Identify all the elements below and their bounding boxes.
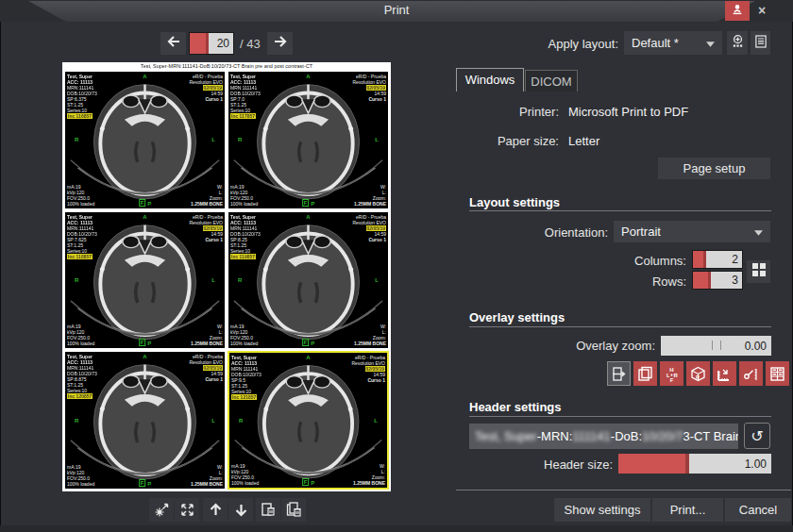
text-segment: Test, Super bbox=[141, 63, 167, 69]
overlay-text-line: DOB:10/20/73 bbox=[230, 91, 261, 96]
preview-cell[interactable]: Test, SuperACC: 11113MRN:111141DOB:10/20… bbox=[64, 71, 226, 209]
overlay-text-line: DOB:10/20/73 bbox=[67, 371, 97, 376]
overlay-top-left: Test, SuperACC: 11113MRN:111141DOB:10/20… bbox=[230, 214, 261, 259]
overlay-text-line: 02/05/19 bbox=[365, 366, 385, 372]
page-down-button[interactable] bbox=[228, 498, 253, 522]
overlay-top-left: Test, SuperACC: 11113MRN:111141DOB:10/20… bbox=[67, 354, 97, 399]
spinner-drag-area[interactable] bbox=[190, 33, 209, 54]
page-setup-button[interactable]: Page setup bbox=[658, 158, 770, 179]
delete-all-pages-button[interactable] bbox=[281, 498, 306, 522]
spinner-drag-area[interactable] bbox=[693, 272, 711, 289]
overlay-toggle-row: HLRFR bbox=[607, 361, 789, 386]
window-title: Print bbox=[0, 3, 793, 17]
overlay-bottom-right: W:L:Zoom:1.25MM BONE bbox=[354, 324, 386, 346]
overlay-text-line: Inc 121857 bbox=[231, 394, 257, 400]
overlay-text-line: DOB:10/20/73 bbox=[67, 231, 97, 237]
orientation-marker: A bbox=[143, 214, 146, 220]
orientation-marker-bottom: FP bbox=[302, 199, 315, 207]
text-segment: 10/20/7 bbox=[642, 429, 683, 443]
text-segment: -DoB: bbox=[611, 429, 642, 443]
page-number-value[interactable]: 20 bbox=[209, 33, 233, 54]
grid-table-toggle[interactable] bbox=[766, 361, 789, 386]
orientation-marker: L bbox=[375, 137, 379, 142]
page-up-button[interactable] bbox=[203, 498, 228, 522]
grid-layout-button[interactable] bbox=[747, 260, 770, 283]
overlay-settings-title: Overlay settings bbox=[469, 310, 565, 324]
expand-button[interactable] bbox=[175, 498, 199, 522]
text-segment: 3-CT Brain pre bbox=[683, 429, 738, 443]
orientation-marker: R bbox=[238, 137, 242, 142]
header-reset-button[interactable]: ↺ bbox=[744, 423, 770, 449]
printer-label: Printer: bbox=[469, 105, 559, 119]
overlay-text-line: Curso 1 bbox=[352, 96, 386, 102]
orientation-select[interactable]: Portrait bbox=[614, 221, 770, 242]
overlay-zoom-spinner[interactable]: 0.00 bbox=[661, 336, 771, 356]
overlay-top-left: Test, SuperACC: 11113MRN:111141DOB:10/20… bbox=[231, 355, 262, 400]
overlay-text-line: Inc 116857 bbox=[67, 113, 93, 119]
overlay-text-line: 100% loaded bbox=[67, 481, 94, 487]
pin-user-button[interactable] bbox=[725, 1, 750, 21]
preview-cell[interactable]: Test, SuperACC: 11113MRN:111141DOB:10/20… bbox=[228, 71, 389, 209]
print-button[interactable]: Print... bbox=[652, 498, 723, 522]
ruler-toggle[interactable] bbox=[713, 361, 736, 386]
orientation-value: Portrait bbox=[621, 224, 661, 239]
orientation-marker: L bbox=[211, 137, 215, 142]
annotations-toggle[interactable] bbox=[739, 361, 763, 386]
overlay-text-line: Curso 1 bbox=[351, 377, 385, 383]
orientation-label: Orientation: bbox=[472, 225, 608, 240]
auto-fit-button[interactable] bbox=[149, 498, 174, 522]
overlay-top-right: eR/D - PruebaRevolution EVO02/05/1914:59… bbox=[352, 74, 386, 102]
header-size-slider[interactable]: 1.00 bbox=[618, 454, 771, 474]
overlay-text-line: 02/05/19 bbox=[203, 225, 223, 231]
apply-layout-value: Default * bbox=[632, 36, 679, 50]
overlay-bottom-right: W:L:Zoom:1.25MM BONE bbox=[191, 324, 223, 346]
orientation-marker-f: F bbox=[302, 199, 310, 207]
columns-spinner[interactable]: 2 bbox=[692, 250, 743, 269]
next-page-button[interactable] bbox=[267, 32, 293, 55]
apply-layout-select[interactable]: Default * bbox=[624, 31, 722, 55]
printer-value: Microsoft Print to PDF bbox=[568, 105, 688, 119]
move-overlay-toggle[interactable] bbox=[607, 361, 631, 386]
header-text-field[interactable]: Test, Super-MRN:111141-DoB:10/20/73-CT B… bbox=[469, 424, 738, 449]
rows-spinner[interactable]: 3 bbox=[692, 271, 743, 290]
bottom-strip bbox=[0, 525, 793, 532]
show-settings-button[interactable]: Show settings bbox=[554, 498, 650, 522]
svg-text:F: F bbox=[670, 376, 674, 382]
preview-cell-selected[interactable]: Test, SuperACC: 11113MRN:111141DOB:10/20… bbox=[228, 351, 389, 490]
overlay-bottom-left: mA:19kVp:120FOV:250.0100% loaded bbox=[67, 464, 94, 487]
close-button[interactable]: × bbox=[752, 0, 771, 21]
cube-3d-toggle[interactable]: R bbox=[686, 361, 710, 386]
columns-label: Columns: bbox=[566, 254, 686, 268]
orientation-markers-toggle[interactable]: HLRF bbox=[660, 361, 683, 386]
text-segment: -MRN: bbox=[537, 429, 573, 443]
svg-text:R: R bbox=[696, 374, 700, 379]
rows-value[interactable]: 3 bbox=[711, 272, 742, 289]
text-segment: -CT Brain pre and post contrast-CT bbox=[231, 63, 312, 69]
tab-windows[interactable]: Windows bbox=[456, 68, 524, 91]
delete-page-button[interactable] bbox=[256, 498, 280, 522]
cancel-button[interactable]: Cancel bbox=[725, 498, 791, 522]
overlay-text-line: Curso 1 bbox=[189, 376, 223, 382]
overlay-text-line: 1.25MM BONE bbox=[353, 480, 385, 486]
preview-cell[interactable]: Test, SuperACC: 11113MRN:111141DOB:10/20… bbox=[64, 351, 226, 490]
tab-dicom[interactable]: DICOM bbox=[525, 70, 578, 91]
preview-cell[interactable]: Test, SuperACC: 11113MRN:111141DOB:10/20… bbox=[228, 211, 389, 350]
overlay-text-line: 1.25MM BONE bbox=[354, 341, 386, 346]
orientation-marker-f: F bbox=[302, 478, 310, 486]
orientation-marker-p: P bbox=[147, 201, 151, 207]
orientation-marker-p: P bbox=[147, 341, 151, 346]
prev-page-button[interactable] bbox=[160, 32, 186, 55]
columns-value[interactable]: 2 bbox=[706, 251, 742, 268]
page-number-spinner[interactable]: 20 bbox=[189, 32, 234, 55]
overlay-text-line: 02/05/19 bbox=[366, 85, 386, 91]
preview-grid: Test, SuperACC: 11113MRN:111141DOB:10/20… bbox=[64, 71, 389, 490]
orientation-marker: A bbox=[143, 354, 146, 359]
overlay-frames-toggle[interactable] bbox=[633, 361, 657, 386]
preview-cell[interactable]: Test, SuperACC: 11113MRN:111141DOB:10/20… bbox=[64, 211, 226, 350]
layout-list-button[interactable] bbox=[751, 31, 770, 55]
orientation-marker-bottom: FP bbox=[302, 478, 315, 486]
overlay-text-line: 02/05/19 bbox=[366, 225, 386, 231]
spinner-drag-area[interactable] bbox=[693, 251, 706, 268]
slider-handle[interactable] bbox=[685, 454, 689, 474]
save-layout-button[interactable] bbox=[727, 31, 748, 55]
